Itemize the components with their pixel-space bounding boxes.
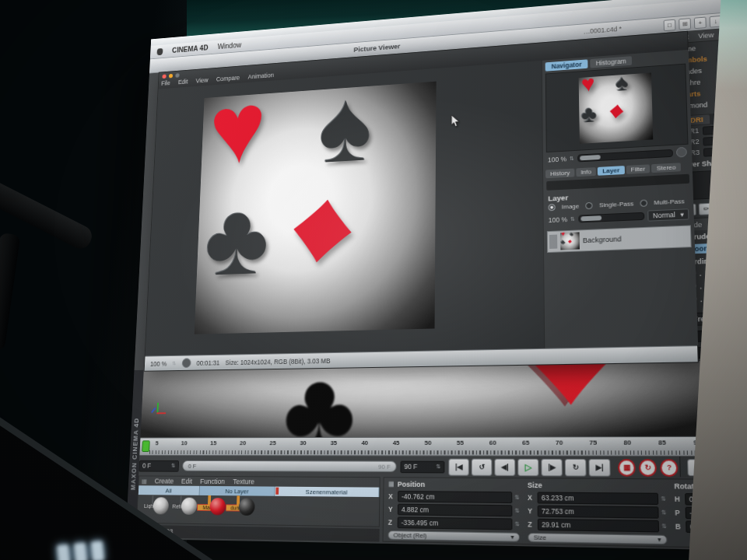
grid-icon: ▦ bbox=[388, 480, 395, 488]
navigator-preview[interactable]: ♥ ♠ ♣ ♦ bbox=[545, 64, 689, 153]
sidebar-tab[interactable]: Layer bbox=[598, 166, 625, 176]
end-frame-field[interactable]: 90 F ⇅ bbox=[400, 460, 444, 473]
picture-viewer-menu-item[interactable]: File bbox=[161, 79, 170, 87]
stepper-icon[interactable]: ⇅ bbox=[515, 521, 520, 528]
frame-range-slider[interactable]: 0 F 90 F bbox=[182, 460, 397, 472]
opacity-value[interactable]: 100 % bbox=[549, 215, 568, 224]
radio-multi-pass[interactable] bbox=[640, 199, 647, 206]
radio-image[interactable] bbox=[549, 204, 556, 211]
material-item[interactable]: Light sc bbox=[140, 496, 164, 510]
stepper-icon[interactable]: ⇅ bbox=[515, 508, 520, 515]
minimize-button[interactable] bbox=[169, 74, 173, 79]
status-zoom[interactable]: 100 % bbox=[150, 359, 167, 367]
material-thumb[interactable] bbox=[237, 495, 240, 506]
apple-logo-icon[interactable] bbox=[157, 48, 163, 55]
sidebar-tab[interactable]: Filter bbox=[626, 164, 650, 174]
fit-button[interactable] bbox=[676, 147, 687, 158]
material-thumb[interactable] bbox=[180, 496, 181, 506]
radio-single-pass[interactable] bbox=[585, 202, 592, 209]
material-thumb[interactable] bbox=[208, 495, 211, 506]
radio-label[interactable]: Image bbox=[562, 203, 580, 211]
layer-visibility-toggle[interactable] bbox=[549, 235, 557, 249]
stepper-icon[interactable]: ⇅ bbox=[514, 494, 519, 501]
timeline-ruler[interactable]: 51015202530354045505560657075808590 bbox=[139, 436, 712, 457]
viewport-3d[interactable]: ♣ ♦ Grid Spacing : 100 cm bbox=[140, 359, 747, 438]
app-menu[interactable]: CINEMA 4D bbox=[172, 44, 209, 54]
render-button[interactable]: ▦ bbox=[618, 459, 636, 477]
club-suit-shape: ♣ bbox=[561, 240, 565, 246]
timeline-tick-label: 35 bbox=[331, 439, 338, 446]
tab-histogram[interactable]: Histogram bbox=[590, 56, 632, 68]
close-button[interactable] bbox=[162, 74, 166, 79]
stepper-icon[interactable]: ⇅ bbox=[172, 360, 177, 366]
slider-knob[interactable] bbox=[580, 215, 601, 221]
picture-viewer-menu-item[interactable]: View bbox=[196, 76, 209, 84]
picture-viewer-menu-item[interactable]: Compare bbox=[216, 74, 240, 82]
render-button[interactable]: ? bbox=[660, 459, 679, 477]
material-menu-item[interactable]: Edit bbox=[181, 478, 193, 485]
zoom-button[interactable] bbox=[175, 73, 179, 78]
material-item[interactable]: Reflecti bbox=[168, 496, 193, 510]
opacity-slider[interactable] bbox=[578, 212, 644, 223]
material-item[interactable]: Mat.1 bbox=[197, 497, 222, 511]
spade-suit-shape: ♠ bbox=[615, 71, 629, 94]
radio-label[interactable]: Multi-Pass bbox=[654, 198, 685, 206]
picture-viewer-menu-item[interactable]: Edit bbox=[178, 78, 188, 86]
value-field[interactable]: 63.233 cm bbox=[538, 492, 659, 505]
picture-viewer-menu-item[interactable]: Animation bbox=[248, 72, 275, 80]
play-render-button[interactable] bbox=[182, 358, 191, 368]
material-layer-tab[interactable]: Szenenmaterial bbox=[275, 487, 380, 497]
material-layer-tab[interactable]: All bbox=[139, 485, 200, 495]
size-mode-dropdown[interactable]: Size ▾ bbox=[528, 533, 667, 544]
material-menu-item[interactable]: Texture bbox=[233, 478, 254, 485]
timeline-tick-label: 50 bbox=[424, 439, 431, 446]
material-item[interactable]: dunkle bbox=[226, 497, 251, 512]
menubar-item[interactable]: Window bbox=[217, 41, 241, 51]
layer-list-item[interactable]: ♥ ♠ ♣ ♦ Background bbox=[547, 225, 692, 253]
stepper-icon[interactable]: ⇅ bbox=[570, 155, 574, 161]
stepper-icon[interactable]: ⇅ bbox=[437, 464, 441, 470]
position-mode-dropdown[interactable]: Object (Rel) ▾ bbox=[388, 530, 519, 542]
transport-button[interactable]: |◀ bbox=[449, 458, 469, 475]
stepper-icon[interactable]: ⇅ bbox=[661, 495, 666, 502]
window-control-icon[interactable]: ⊞ bbox=[679, 18, 691, 30]
material-layer-tab[interactable]: No Layer bbox=[200, 486, 275, 496]
stepper-icon[interactable]: ⇅ bbox=[661, 523, 667, 530]
current-frame-field[interactable]: 0 F ⇅ bbox=[139, 460, 179, 471]
window-control-icon[interactable]: + bbox=[694, 17, 707, 30]
chevron-down-icon: ▾ bbox=[658, 536, 661, 544]
value-field[interactable]: 29.91 cm bbox=[538, 519, 659, 533]
zoom-slider[interactable] bbox=[577, 149, 673, 162]
value-field[interactable]: -336.495 cm bbox=[398, 516, 513, 530]
stepper-icon[interactable]: ⇅ bbox=[171, 463, 176, 469]
blend-mode-dropdown[interactable]: Normal ▾ bbox=[648, 208, 689, 221]
material-menu-item[interactable]: Create bbox=[155, 478, 174, 485]
value-field[interactable]: 4.882 cm bbox=[398, 504, 513, 517]
render-canvas[interactable]: ♥ ♠ ♣ ♦ bbox=[146, 61, 545, 356]
sidebar-tab[interactable]: Stereo bbox=[651, 163, 681, 173]
transport-button[interactable]: ▶| bbox=[589, 458, 611, 476]
sidebar-tab[interactable]: History bbox=[545, 169, 574, 179]
sidebar-tab[interactable]: Info bbox=[576, 167, 596, 177]
object-manager-menu-item[interactable]: View bbox=[698, 31, 714, 40]
size-column: Size X 63.233 cm ⇅ Y 72.753 cm ⇅ Z 29.91… bbox=[528, 480, 668, 544]
render-button[interactable]: ↻ bbox=[639, 459, 657, 477]
transport-button[interactable]: ▷ bbox=[517, 458, 538, 475]
tab-navigator[interactable]: Navigator bbox=[545, 59, 588, 71]
menubar-items: Window bbox=[217, 41, 241, 51]
material-thumb[interactable] bbox=[152, 495, 153, 505]
transport-button[interactable]: ◀| bbox=[495, 458, 516, 475]
zoom-value[interactable]: 100 % bbox=[548, 155, 566, 163]
slider-knob[interactable] bbox=[580, 155, 601, 160]
stepper-icon[interactable]: ⇅ bbox=[661, 509, 667, 516]
transport-button[interactable]: |▶ bbox=[542, 458, 563, 475]
transport-button[interactable]: ↻ bbox=[565, 458, 587, 476]
transport-button[interactable]: ↺ bbox=[472, 458, 493, 475]
grid-icon[interactable]: ▦ bbox=[142, 478, 147, 485]
value-field[interactable]: -40.762 cm bbox=[398, 491, 512, 503]
value-field[interactable]: 72.753 cm bbox=[538, 506, 659, 519]
window-control-icon[interactable]: □ bbox=[664, 19, 676, 32]
radio-label[interactable]: Single-Pass bbox=[599, 200, 633, 208]
material-menu-item[interactable]: Function bbox=[200, 478, 225, 485]
stepper-icon[interactable]: ⇅ bbox=[570, 216, 575, 222]
